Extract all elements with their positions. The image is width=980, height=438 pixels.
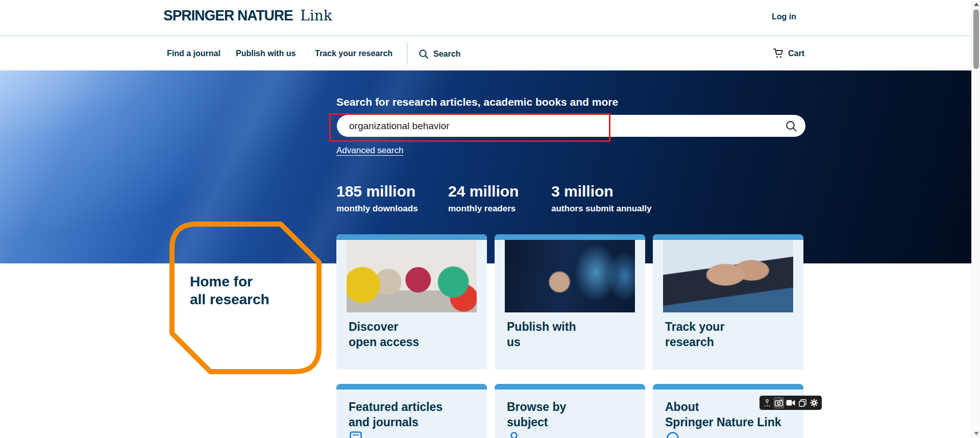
card-title-line1: Featured articles (349, 399, 443, 415)
card-top-bar (495, 234, 645, 240)
scrollbar-down-arrow[interactable] (974, 432, 979, 435)
gear-icon[interactable] (810, 397, 819, 408)
hero-search-input[interactable] (349, 120, 777, 132)
card-title-line2: open access (349, 334, 419, 350)
login-link[interactable]: Log in (772, 12, 796, 21)
card-title-line1: Publish with (507, 319, 576, 334)
main-nav: Find a journal Publish with us Track you… (0, 36, 971, 70)
stat-caption: authors submit annually (551, 204, 651, 214)
card-title-line1: Discover (349, 319, 419, 334)
stat-authors-submit: 3 million authors submit annually (551, 183, 651, 214)
card-title-line1: Track your (665, 319, 724, 334)
springer-nature-link-logo[interactable]: SPRINGER NATURE Link (163, 7, 332, 24)
card-track-your-research[interactable]: Track your research (653, 234, 803, 370)
nav-search-label: Search (433, 50, 460, 59)
card-title-line2: research (665, 334, 724, 350)
info-circle-icon (666, 431, 679, 438)
card-title-line2: and journals (349, 415, 443, 430)
card-title: Discover open access (349, 319, 419, 350)
card-top-bar (495, 384, 645, 390)
scrollbar-thumb[interactable] (973, 9, 979, 69)
hero-search-submit-button[interactable] (777, 115, 805, 137)
magnifier-icon (785, 120, 797, 132)
nav-search-button[interactable]: Search (419, 49, 460, 59)
copy-icon[interactable] (798, 397, 807, 408)
card-browse-by-subject[interactable]: Browse by subject (495, 384, 645, 438)
card-title: Featured articles and journals (349, 399, 443, 430)
badge-text: Home for all research (190, 273, 270, 308)
video-camera-icon[interactable] (786, 397, 796, 408)
card-top-bar (653, 234, 803, 240)
open-access-photo (347, 240, 477, 312)
springer-nature-link-homepage: SPRINGER NATURE Link Log in Find a journ… (0, 0, 980, 438)
advanced-search-link[interactable]: Advanced search (336, 145, 403, 156)
card-top-bar (653, 384, 803, 390)
publish-photo (505, 240, 635, 312)
hero-heading: Search for research articles, academic b… (336, 96, 618, 108)
journal-icon (350, 431, 362, 438)
card-title: Publish with us (507, 319, 576, 350)
card-top-bar (336, 234, 487, 240)
cart-icon (773, 48, 784, 59)
stat-monthly-downloads: 185 million monthly downloads (336, 183, 418, 214)
extension-icon[interactable] (762, 397, 772, 408)
stat-caption: monthly downloads (336, 204, 418, 214)
nav-item-find-a-journal[interactable]: Find a journal (167, 49, 220, 58)
card-discover-open-access[interactable]: Discover open access (336, 234, 487, 370)
card-featured-articles-journals[interactable]: Featured articles and journals (336, 384, 487, 438)
camera-icon[interactable] (774, 397, 783, 408)
home-for-all-research-badge: Home for all research (169, 222, 322, 374)
nav-item-publish-with-us[interactable]: Publish with us (236, 49, 296, 58)
vertical-scrollbar (971, 0, 980, 438)
person-icon (508, 431, 520, 438)
stat-value: 3 million (551, 183, 651, 200)
card-about-springer-nature-link[interactable]: About Springer Nature Link (653, 384, 803, 438)
logo-wordmark: SPRINGER NATURE (163, 7, 293, 24)
logo-link-word: Link (300, 7, 332, 24)
card-top-bar (336, 384, 487, 390)
card-title-line1: Browse by (507, 399, 566, 415)
card-title: Browse by subject (507, 399, 566, 430)
stat-value: 185 million (336, 183, 418, 200)
nav-divider (407, 42, 408, 65)
header: SPRINGER NATURE Link Log in (0, 0, 971, 36)
card-title-line2: subject (507, 415, 566, 430)
stat-value: 24 million (448, 183, 519, 200)
badge-line2: all research (190, 290, 270, 308)
card-title: Track your research (665, 319, 724, 350)
magnifier-icon (419, 49, 429, 59)
nav-item-track-your-research[interactable]: Track your research (315, 49, 393, 58)
screenshot-extension-toolbar (760, 396, 822, 410)
stat-caption: monthly readers (448, 204, 519, 214)
track-research-photo (663, 240, 793, 312)
cart-label: Cart (788, 49, 804, 58)
scrollbar-up-arrow[interactable] (974, 3, 979, 6)
card-publish-with-us[interactable]: Publish with us (495, 234, 645, 370)
badge-line1: Home for (190, 273, 270, 290)
card-title-line2: Springer Nature Link (665, 415, 781, 430)
cart-button[interactable]: Cart (773, 48, 804, 59)
card-title-line2: us (507, 334, 576, 350)
hero-search-bar (337, 115, 805, 137)
stat-monthly-readers: 24 million monthly readers (448, 183, 519, 214)
